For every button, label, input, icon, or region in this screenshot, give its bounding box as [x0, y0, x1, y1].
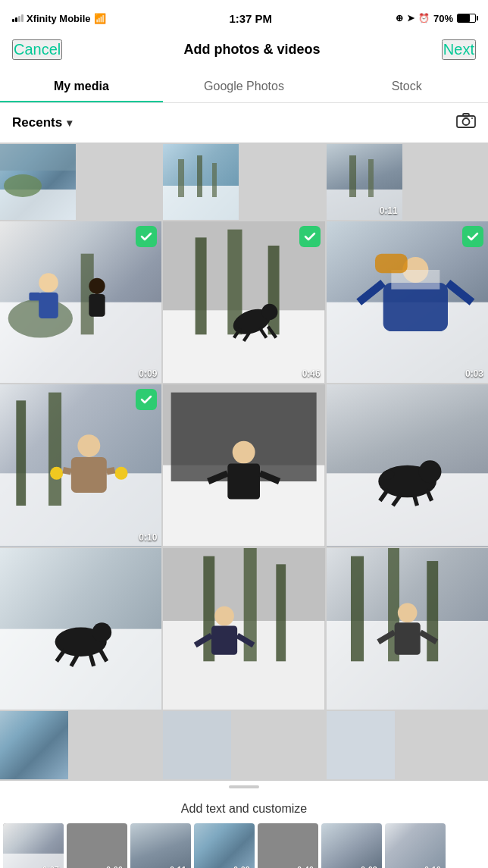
status-left: Xfinity Mobile 📶	[12, 13, 106, 24]
status-right: ⊕ ➤ ⏰ 70%	[396, 13, 476, 24]
svg-rect-13	[368, 159, 374, 197]
status-bar: Xfinity Mobile 📶 1:37 PM ⊕ ➤ ⏰ 70%	[0, 0, 488, 33]
duration-badge: 0:03	[465, 368, 483, 379]
thumbnail[interactable]: 0:09	[194, 823, 255, 868]
wifi-icon: 📶	[94, 13, 106, 24]
duration-badge: 0:46	[297, 865, 314, 868]
svg-point-26	[230, 304, 274, 339]
svg-rect-16	[81, 254, 94, 335]
svg-line-60	[427, 490, 431, 501]
filter-dropdown[interactable]: Recents ▾	[12, 115, 72, 130]
tab-google-photos[interactable]: Google Photos	[163, 69, 326, 102]
photo-cell[interactable]: 0:03	[327, 221, 488, 383]
svg-rect-70	[204, 556, 215, 661]
svg-point-73	[215, 606, 235, 625]
svg-line-30	[260, 328, 267, 338]
svg-rect-19	[29, 293, 40, 301]
next-button[interactable]: Next	[442, 39, 476, 60]
photo-cell[interactable]	[163, 144, 239, 220]
photo-cell[interactable]	[163, 548, 324, 710]
svg-rect-8	[178, 159, 184, 197]
svg-rect-62	[0, 628, 161, 710]
svg-point-50	[233, 441, 255, 464]
svg-rect-77	[327, 621, 488, 710]
svg-rect-80	[427, 561, 438, 661]
photo-cell[interactable]	[163, 711, 231, 779]
svg-line-83	[378, 632, 394, 642]
svg-point-3	[471, 118, 473, 119]
svg-point-45	[114, 467, 127, 480]
filter-label: Recents	[12, 115, 62, 130]
svg-rect-6	[0, 144, 76, 171]
camera-icon[interactable]	[456, 112, 476, 133]
svg-point-27	[261, 304, 277, 320]
duration-badge: 0:10	[139, 532, 157, 543]
photo-cell[interactable]	[163, 384, 324, 546]
photo-cell[interactable]	[0, 548, 161, 710]
svg-rect-54	[327, 474, 488, 547]
status-time: 1:37 PM	[229, 12, 272, 25]
svg-rect-49	[171, 393, 317, 481]
scroll-indicator	[0, 781, 488, 791]
add-text-label: Add text and customize	[0, 791, 488, 823]
svg-rect-74	[211, 625, 237, 654]
svg-rect-35	[391, 270, 440, 290]
svg-rect-51	[228, 464, 261, 500]
thumbnail[interactable]: 0:06	[67, 823, 127, 868]
svg-line-52	[208, 474, 228, 482]
svg-rect-25	[268, 246, 280, 334]
selected-badge	[136, 389, 157, 410]
selected-badge	[462, 226, 483, 247]
tab-stock[interactable]: Stock	[325, 69, 488, 102]
duration-badge: 0:09	[139, 368, 157, 379]
svg-line-75	[196, 635, 211, 645]
photo-grid: 0:11 0:09	[0, 143, 488, 781]
svg-rect-40	[16, 401, 26, 506]
thumbnail[interactable]: 0:03	[321, 823, 382, 868]
photo-cell[interactable]	[327, 711, 395, 779]
svg-point-64	[92, 622, 112, 642]
photo-cell[interactable]: 0:11	[327, 144, 402, 220]
svg-rect-14	[0, 302, 161, 384]
svg-line-37	[448, 283, 472, 302]
svg-rect-2	[463, 114, 469, 117]
svg-point-44	[50, 467, 63, 480]
svg-point-63	[55, 627, 107, 656]
svg-point-33	[402, 257, 428, 283]
svg-rect-48	[163, 465, 324, 547]
svg-point-1	[463, 118, 470, 125]
svg-rect-43	[71, 457, 107, 493]
duration-badge: 0:11	[170, 865, 186, 868]
thumbnail[interactable]: 0:11	[130, 823, 191, 868]
photo-cell[interactable]: 0:10	[0, 384, 161, 546]
photo-cell[interactable]	[0, 144, 76, 220]
svg-line-76	[237, 635, 253, 645]
photo-cell[interactable]	[0, 711, 68, 779]
duration-badge: 0:46	[302, 368, 321, 379]
tab-bar: My media Google Photos Stock	[0, 69, 488, 103]
svg-line-46	[63, 470, 71, 472]
svg-line-47	[107, 470, 115, 472]
thumbnail[interactable]: 0:10	[385, 823, 446, 868]
svg-rect-79	[388, 548, 399, 661]
carrier-label: Xfinity Mobile	[27, 13, 91, 24]
svg-point-56	[418, 461, 441, 484]
thumbnail[interactable]: 0:07	[3, 823, 64, 868]
svg-rect-7	[163, 186, 239, 220]
svg-rect-18	[39, 293, 58, 318]
svg-point-20	[89, 278, 105, 294]
photo-cell[interactable]: 0:46	[163, 221, 324, 383]
svg-line-53	[260, 474, 280, 482]
photo-cell[interactable]	[327, 384, 488, 546]
chevron-down-icon: ▾	[67, 117, 72, 129]
photo-cell[interactable]: 0:09	[0, 221, 161, 383]
photo-cell[interactable]	[327, 548, 488, 710]
selected-badge	[299, 226, 321, 247]
svg-point-5	[4, 174, 42, 197]
thumbnail[interactable]: 0:46	[258, 823, 318, 868]
svg-rect-9	[197, 155, 202, 197]
tab-my-media[interactable]: My media	[0, 69, 163, 102]
svg-point-42	[77, 434, 100, 457]
battery-indicator	[457, 14, 476, 23]
cancel-button[interactable]: Cancel	[12, 39, 62, 60]
